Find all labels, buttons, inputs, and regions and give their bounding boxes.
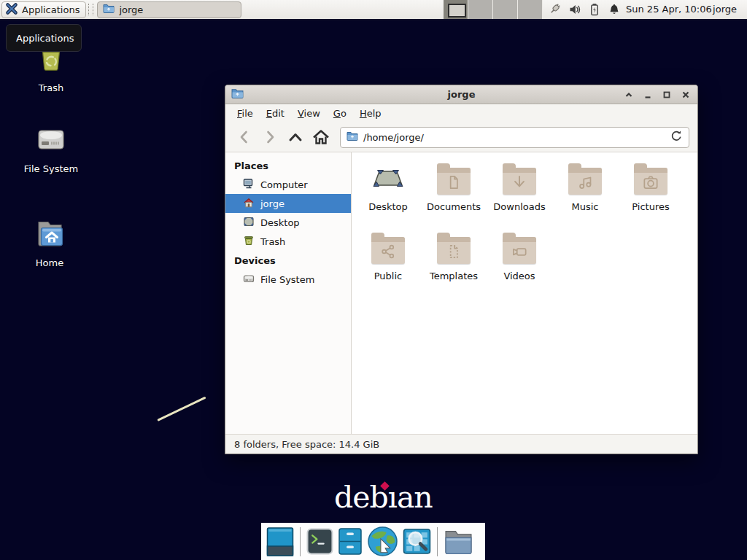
tooltip-text: Applications	[16, 33, 74, 44]
window-controls	[623, 89, 692, 101]
toolbar: /home/jorge/	[225, 122, 697, 152]
maximize-button[interactable]	[661, 89, 673, 101]
sidebar-item-file-system[interactable]: File System	[225, 270, 351, 289]
file-item-videos[interactable]: Videos	[487, 230, 552, 300]
panel-clock[interactable]: Sun 25 Apr, 10:06	[626, 0, 712, 19]
desktop-surface-icon	[371, 161, 406, 196]
applications-menu-button[interactable]: Applications	[1, 1, 86, 18]
file-item-documents[interactable]: Documents	[421, 161, 487, 230]
sidebar-item-label: Desktop	[260, 217, 300, 228]
file-item-music[interactable]: Music	[552, 161, 618, 230]
close-button[interactable]	[680, 89, 692, 101]
workspace-1[interactable]	[444, 0, 468, 19]
bottom-dock	[261, 523, 485, 560]
folder-icon	[103, 4, 115, 15]
power-plug-icon[interactable]	[549, 3, 562, 16]
file-cabinet-button[interactable]	[338, 527, 363, 556]
sidebar-item-label: Trash	[260, 236, 285, 247]
forward-button[interactable]	[259, 126, 281, 148]
wallpaper-line-decoration	[157, 397, 206, 421]
hard-drive-icon	[243, 273, 255, 287]
workspace-3[interactable]	[493, 0, 518, 19]
panel-handle	[88, 4, 93, 15]
application-finder-button[interactable]	[403, 527, 431, 556]
pictures-folder-icon	[634, 168, 667, 195]
file-item-downloads[interactable]: Downloads	[487, 161, 552, 230]
taskbar-window-button[interactable]: jorge	[97, 1, 241, 18]
file-grid: Desktop Documents Downloads	[352, 152, 697, 434]
notifications-bell-icon[interactable]	[608, 3, 621, 16]
file-item-pictures[interactable]: Pictures	[618, 161, 684, 230]
workspace-4[interactable]	[518, 0, 543, 19]
path-input[interactable]: /home/jorge/	[363, 132, 665, 143]
sidebar-item-jorge[interactable]: jorge	[225, 194, 351, 213]
sidebar-item-desktop[interactable]: Desktop	[225, 213, 351, 232]
devices-header: Devices	[225, 251, 351, 270]
path-folder-icon	[347, 131, 358, 143]
menu-bar: File Edit View Go Help	[225, 104, 697, 122]
sidebar: Places Computer	[225, 152, 352, 434]
videos-folder-icon	[503, 237, 536, 264]
desktop-icon	[243, 216, 255, 230]
sidebar-item-label: File System	[260, 274, 314, 285]
up-button[interactable]	[285, 126, 306, 148]
sidebar-item-trash[interactable]: Trash	[225, 232, 351, 251]
sidebar-item-label: jorge	[260, 198, 285, 209]
user-home-icon	[243, 197, 255, 211]
file-manager-button[interactable]	[444, 529, 473, 554]
file-item-label: Videos	[503, 271, 535, 281]
debian-logo-i: ı	[388, 480, 397, 515]
show-desktop-button[interactable]	[266, 526, 294, 557]
debian-logo: debıan	[334, 480, 433, 515]
trash-icon	[243, 235, 255, 249]
desktop-icon-label: File System	[24, 163, 78, 174]
web-browser-button[interactable]	[367, 526, 398, 557]
status-bar: 8 folders, Free space: 14.4 GiB	[225, 434, 697, 454]
debian-logo-text-end: an	[397, 480, 433, 515]
music-folder-icon	[568, 168, 602, 195]
desktop-icon-label: Home	[36, 257, 63, 268]
file-item-label: Pictures	[632, 201, 669, 212]
public-folder-icon	[371, 237, 405, 264]
battery-charging-icon[interactable]	[588, 3, 601, 16]
menu-help[interactable]: Help	[353, 106, 388, 121]
workspace-2[interactable]	[468, 0, 493, 19]
back-button[interactable]	[233, 126, 255, 148]
menu-view[interactable]: View	[291, 106, 327, 121]
applications-tooltip: Applications	[6, 24, 82, 52]
dock-separator	[437, 527, 438, 556]
home-button[interactable]	[310, 126, 332, 148]
file-item-public[interactable]: Public	[355, 230, 421, 300]
menu-file[interactable]: File	[231, 106, 260, 121]
xfce-logo-icon	[5, 2, 18, 18]
applications-menu-label: Applications	[22, 4, 80, 15]
file-item-label: Templates	[430, 271, 478, 281]
shade-button[interactable]	[623, 89, 635, 101]
desktop-icon-file-system[interactable]: File System	[18, 122, 85, 174]
reload-icon[interactable]	[670, 130, 683, 144]
system-tray	[549, 0, 621, 19]
menu-edit[interactable]: Edit	[260, 106, 291, 121]
volume-icon[interactable]	[568, 3, 581, 16]
top-panel: Applications jorge	[0, 0, 747, 20]
window-content: Places Computer	[225, 152, 697, 434]
templates-folder-icon	[437, 237, 471, 264]
file-item-desktop[interactable]: Desktop	[355, 161, 421, 230]
workspace-switcher	[444, 0, 543, 19]
downloads-folder-icon	[503, 168, 536, 195]
status-text: 8 folders, Free space: 14.4 GiB	[234, 439, 379, 450]
taskbar-window-label: jorge	[119, 4, 143, 15]
desktop-icon-home[interactable]: Home	[16, 216, 83, 268]
file-item-label: Documents	[427, 201, 481, 212]
sidebar-item-computer[interactable]: Computer	[225, 175, 351, 194]
home-folder-icon	[32, 216, 67, 253]
window-titlebar[interactable]: jorge	[225, 85, 697, 104]
places-header: Places	[225, 156, 351, 175]
menu-go[interactable]: Go	[327, 106, 353, 121]
terminal-button[interactable]	[306, 528, 333, 555]
minimize-button[interactable]	[642, 89, 654, 101]
file-item-label: Desktop	[368, 201, 408, 212]
path-bar[interactable]: /home/jorge/	[340, 127, 689, 148]
panel-username[interactable]: jorge	[713, 0, 737, 19]
file-item-templates[interactable]: Templates	[421, 230, 487, 300]
